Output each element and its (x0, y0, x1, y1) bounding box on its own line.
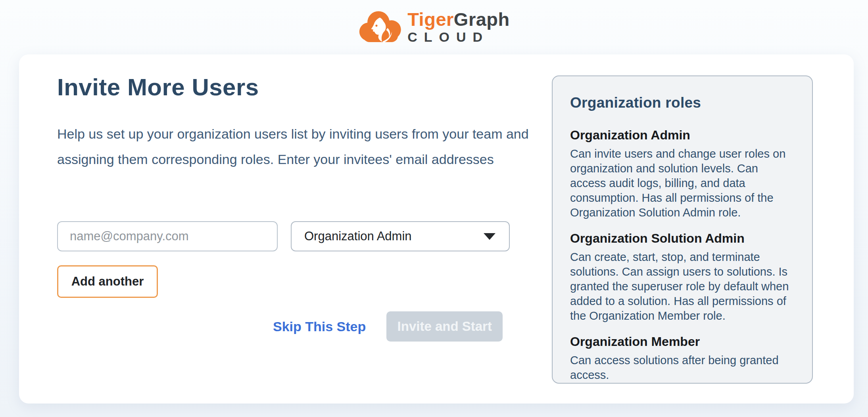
role-name: Organization Solution Admin (570, 231, 795, 246)
role-select[interactable]: Organization Admin (291, 221, 510, 251)
role-section-organization-member: Organization Member Can access solutions… (570, 334, 795, 382)
skip-this-step-link[interactable]: Skip This Step (273, 319, 366, 334)
logo-brand-name: TigerGraph (407, 10, 509, 29)
invite-and-start-button[interactable]: Invite and Start (386, 311, 503, 342)
role-description: Can access solutions after being granted… (570, 353, 795, 382)
tigergraph-cloud-logo: TigerGraph CLOUD (358, 10, 509, 45)
chevron-down-icon (484, 233, 495, 240)
page-background: { "logo": { "brand_primary": "Tiger", "b… (0, 0, 868, 417)
actions-row: Skip This Step Invite and Start (273, 311, 503, 342)
role-name: Organization Admin (570, 128, 795, 143)
logo-subtitle: CLOUD (407, 30, 489, 44)
logo-text: TigerGraph CLOUD (407, 10, 509, 45)
role-description: Can invite users and change user roles o… (570, 147, 795, 220)
invite-users-card: Invite More Users Help us set up your or… (19, 54, 854, 403)
role-select-value: Organization Admin (304, 229, 412, 243)
roles-panel-title: Organization roles (570, 95, 795, 111)
role-section-organization-admin: Organization Admin Can invite users and … (570, 128, 795, 220)
page-title: Invite More Users (57, 73, 259, 101)
invite-form-row: Organization Admin (57, 221, 510, 251)
role-section-organization-solution-admin: Organization Solution Admin Can create, … (570, 231, 795, 323)
organization-roles-panel: Organization roles Organization Admin Ca… (552, 75, 813, 384)
role-name: Organization Member (570, 334, 795, 349)
add-another-button[interactable]: Add another (57, 265, 158, 298)
email-input[interactable] (57, 221, 278, 251)
tiger-cloud-icon (358, 10, 402, 44)
role-description: Can create, start, stop, and terminate s… (570, 250, 795, 323)
page-description: Help us set up your organization users l… (57, 121, 549, 172)
